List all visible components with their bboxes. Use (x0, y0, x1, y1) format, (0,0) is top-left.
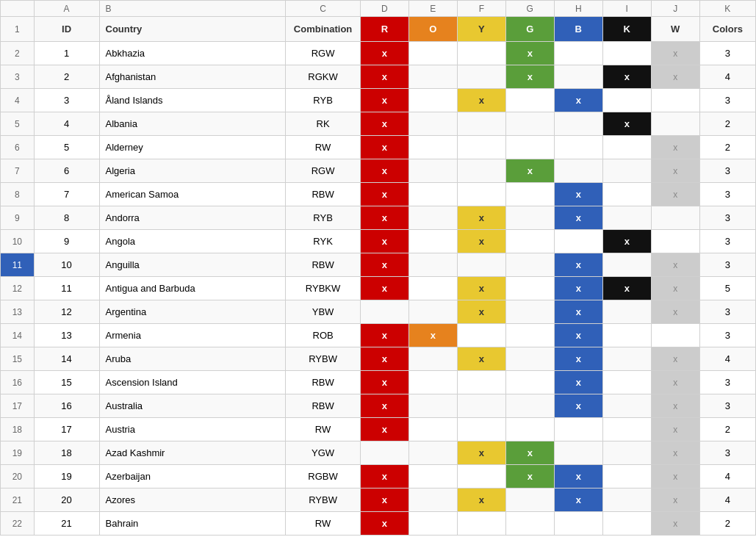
cell-o (408, 371, 457, 394)
cell-combination: RYBW (286, 488, 361, 512)
cell-o (408, 65, 457, 89)
table-row[interactable]: 2120AzoresRYBWxxxx4 (1, 488, 756, 512)
cell-colors: 3 (699, 253, 755, 277)
col-letter-h: H (554, 1, 602, 17)
cell-k (602, 253, 651, 277)
table-row[interactable]: 2221BahrainRWxx2 (1, 512, 756, 536)
cell-k (602, 206, 651, 230)
row-number: 19 (1, 441, 35, 465)
cell-id: 9 (34, 230, 99, 253)
cell-colors: 4 (699, 65, 755, 89)
cell-b (554, 441, 602, 465)
cell-o (408, 206, 457, 230)
cell-r: x (360, 159, 408, 183)
table-row[interactable]: 1110AnguillaRBWxxx3 (1, 253, 756, 277)
cell-id: 1 (34, 42, 99, 65)
cell-combination: RYBKW (286, 277, 361, 300)
cell-k: x (602, 230, 651, 253)
table-row[interactable]: 1918Azad KashmirYGWxxx3 (1, 441, 756, 465)
cell-g (505, 324, 554, 347)
cell-colors: 3 (699, 206, 755, 230)
header-w: W (651, 17, 699, 42)
cell-w (651, 89, 699, 112)
cell-w: x (651, 277, 699, 300)
cell-o (408, 394, 457, 418)
table-row[interactable]: 98AndorraRYBxxx3 (1, 206, 756, 230)
cell-g: x (505, 42, 554, 65)
cell-w: x (651, 465, 699, 488)
cell-g (505, 183, 554, 206)
row-number: 9 (1, 206, 35, 230)
cell-y (457, 65, 505, 89)
cell-y: x (457, 300, 505, 324)
cell-g (505, 89, 554, 112)
table-row[interactable]: 1716AustraliaRBWxxx3 (1, 394, 756, 418)
table-row[interactable]: 109AngolaRYKxxx3 (1, 230, 756, 253)
cell-country: Azerbaijan (99, 465, 286, 488)
table-row[interactable]: 76AlgeriaRGWxxx3 (1, 159, 756, 183)
cell-colors: 3 (699, 394, 755, 418)
cell-o (408, 277, 457, 300)
cell-r: x (360, 136, 408, 159)
table-row[interactable]: 21AbkhaziaRGWxxx3 (1, 42, 756, 65)
cell-r: x (360, 253, 408, 277)
header-colors: Colors (699, 17, 755, 42)
table-row[interactable]: 1615Ascension IslandRBWxxx3 (1, 371, 756, 394)
table-row[interactable]: 2019AzerbaijanRGBWxxxx4 (1, 465, 756, 488)
row-number: 13 (1, 300, 35, 324)
cell-y: x (457, 230, 505, 253)
cell-r: x (360, 206, 408, 230)
cell-colors: 3 (699, 371, 755, 394)
cell-b: x (554, 206, 602, 230)
cell-id: 15 (34, 371, 99, 394)
table-row[interactable]: 32AfghanistanRGKWxxxx4 (1, 65, 756, 89)
cell-id: 5 (34, 136, 99, 159)
col-letter-j: J (651, 1, 699, 17)
col-letters-row: A B C D E F G H I J K (1, 1, 756, 17)
header-k: K (602, 17, 651, 42)
cell-w (651, 206, 699, 230)
cell-k (602, 371, 651, 394)
row-number: 3 (1, 65, 35, 89)
header-id: ID (34, 17, 99, 42)
table-row[interactable]: 1413ArmeniaROBxxx3 (1, 324, 756, 347)
table-row[interactable]: 65AlderneyRWxx2 (1, 136, 756, 159)
row-number: 2 (1, 42, 35, 65)
cell-k: x (602, 65, 651, 89)
table-row[interactable]: 1211Antigua and BarbudaRYBKWxxxxx5 (1, 277, 756, 300)
cell-k: x (602, 112, 651, 136)
cell-w (651, 112, 699, 136)
cell-id: 2 (34, 65, 99, 89)
table-row[interactable]: 1514ArubaRYBWxxxx4 (1, 347, 756, 371)
spreadsheet: A B C D E F G H I J K 1 ID Country Combi… (0, 0, 756, 536)
cell-g (505, 112, 554, 136)
table-row[interactable]: 1817AustriaRWxx2 (1, 418, 756, 441)
cell-combination: ROB (286, 324, 361, 347)
cell-o (408, 253, 457, 277)
table-row[interactable]: 54AlbaniaRKxx2 (1, 112, 756, 136)
cell-o (408, 230, 457, 253)
cell-w: x (651, 394, 699, 418)
cell-g: x (505, 159, 554, 183)
cell-k (602, 394, 651, 418)
cell-country: Andorra (99, 206, 286, 230)
table-row[interactable]: 43Åland IslandsRYBxxx3 (1, 89, 756, 112)
table-body: 21AbkhaziaRGWxxx332AfghanistanRGKWxxxx44… (1, 42, 756, 536)
row-number: 18 (1, 418, 35, 441)
cell-b: x (554, 347, 602, 371)
header-r: R (360, 17, 408, 42)
row-number: 4 (1, 89, 35, 112)
cell-combination: YGW (286, 441, 361, 465)
cell-combination: RYB (286, 206, 361, 230)
cell-o (408, 89, 457, 112)
cell-id: 16 (34, 394, 99, 418)
cell-o (408, 300, 457, 324)
table-row[interactable]: 1312ArgentinaYBWxxx3 (1, 300, 756, 324)
cell-combination: RGW (286, 42, 361, 65)
cell-b (554, 65, 602, 89)
cell-o (408, 418, 457, 441)
cell-b: x (554, 300, 602, 324)
table-row[interactable]: 87American SamoaRBWxxx3 (1, 183, 756, 206)
header-row: 1 ID Country Combination R O Y G B K W C… (1, 17, 756, 42)
cell-country: Australia (99, 394, 286, 418)
